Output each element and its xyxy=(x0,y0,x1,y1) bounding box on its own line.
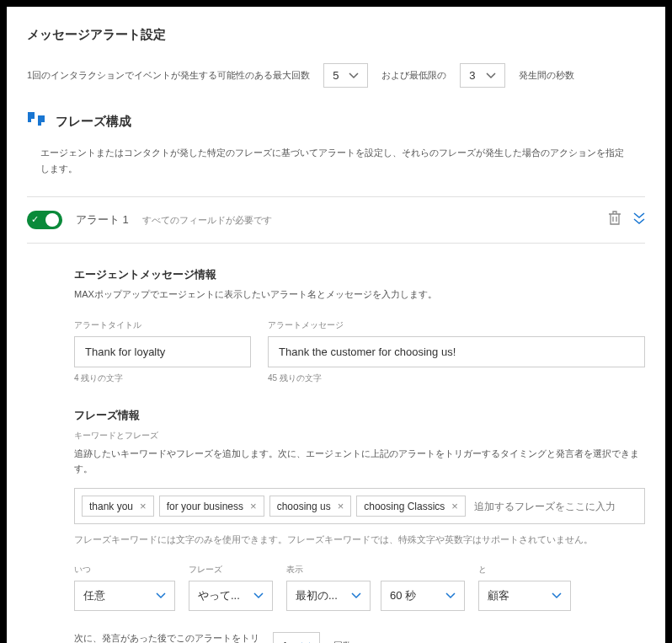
alert-message-label: アラートメッセージ xyxy=(268,319,645,331)
speaker-value: 顧客 xyxy=(488,588,509,603)
chip-label: thank you xyxy=(89,501,133,512)
and-label: と xyxy=(478,564,571,576)
speaker-select[interactable]: 顧客 xyxy=(478,581,571,611)
alert-message-remaining: 45 残りの文字 xyxy=(268,372,645,384)
phrase-select[interactable]: やって... xyxy=(189,581,273,611)
agent-message-title: エージェントメッセージ情報 xyxy=(74,267,645,282)
alert-header: ✓ アラート 1 すべてのフィールドが必要です xyxy=(27,197,645,243)
seconds-value: 60 秒 xyxy=(390,588,416,603)
phrase-chip: choosing Classics × xyxy=(356,496,466,517)
trash-icon[interactable] xyxy=(608,211,621,229)
display-value: 最初の... xyxy=(296,588,338,603)
when-label: いつ xyxy=(74,564,175,576)
phrase-chip: thank you × xyxy=(82,496,154,517)
chip-container[interactable]: thank you × for your business × choosing… xyxy=(74,488,645,524)
chevron-down-icon xyxy=(486,71,496,81)
keywords-label: キーワードとフレーズ xyxy=(74,430,645,442)
seconds-select[interactable]: 60 秒 xyxy=(381,581,465,611)
phrase-label: フレーズ xyxy=(189,564,273,576)
alert-title-remaining: 4 残りの文字 xyxy=(74,372,251,384)
phrase-hint: フレーズキーワードには文字のみを使用できます。フレーズキーワードでは、特殊文字や… xyxy=(74,533,645,547)
quote-icon xyxy=(27,111,47,131)
phrase-info-title: フレーズ情報 xyxy=(74,408,645,423)
when-value: 任意 xyxy=(83,588,105,603)
display-label: 表示 xyxy=(286,564,465,576)
check-icon: ✓ xyxy=(31,214,39,225)
chip-label: choosing us xyxy=(277,501,331,512)
max-events-value: 5 xyxy=(333,69,339,82)
phrase-section-desc: エージェントまたはコンタクトが発した特定のフレーズに基づいてアラートを設定し、そ… xyxy=(40,145,632,176)
chip-input[interactable] xyxy=(471,497,637,516)
toggle-knob xyxy=(45,213,59,227)
alert-body: エージェントメッセージ情報 MAXポップアップでエージェントに表示したいアラート… xyxy=(27,244,645,643)
phrase-chip: choosing us × xyxy=(269,496,352,517)
phrase-section-header: フレーズ構成 xyxy=(27,111,645,131)
chip-remove-icon[interactable]: × xyxy=(338,500,344,512)
agent-message-desc: MAXポップアップでエージェントに表示したいアラート名とメッセージを入力します。 xyxy=(74,287,645,303)
min-label: および最低限の xyxy=(381,69,446,82)
collapse-icon[interactable] xyxy=(633,212,645,228)
chip-remove-icon[interactable]: × xyxy=(250,500,257,512)
chevron-down-icon xyxy=(552,592,562,599)
alert-required-hint: すべてのフィールドが必要です xyxy=(142,214,272,227)
chip-label: for your business xyxy=(167,501,243,512)
chevron-down-icon xyxy=(253,592,264,599)
trigger-count-select[interactable]: 1 xyxy=(273,632,320,643)
alert-name: アラート 1 xyxy=(76,212,129,228)
min-select[interactable]: 3 xyxy=(460,63,504,88)
chip-remove-icon[interactable]: × xyxy=(140,500,147,512)
trigger-count-value: 1 xyxy=(282,640,288,643)
phrase-section-title: フレーズ構成 xyxy=(56,114,131,130)
chevron-down-icon xyxy=(349,71,359,81)
top-controls: 1回のインタラクションでイベントが発生する可能性のある最大回数 5 および最低限… xyxy=(27,63,645,88)
alert-message-input[interactable] xyxy=(268,336,645,367)
trigger-label: 次に、発言があった後でこのアラートをトリガーします xyxy=(74,631,259,643)
display-select[interactable]: 最初の... xyxy=(286,581,371,611)
chevron-down-icon xyxy=(351,592,361,599)
when-select[interactable]: 任意 xyxy=(74,581,175,611)
alert-title-input[interactable] xyxy=(74,336,251,367)
chip-remove-icon[interactable]: × xyxy=(451,500,458,512)
alert-toggle[interactable]: ✓ xyxy=(27,211,62,229)
seconds-label: 発生間の秒数 xyxy=(519,69,574,82)
trigger-unit: 回数 xyxy=(333,640,352,643)
min-value: 3 xyxy=(469,69,475,82)
chevron-down-icon xyxy=(445,592,456,599)
alert-title-label: アラートタイトル xyxy=(74,319,251,331)
phrase-value: やって... xyxy=(198,588,240,603)
chip-label: choosing Classics xyxy=(364,501,445,512)
page-title: メッセージアラート設定 xyxy=(27,27,645,43)
max-events-select[interactable]: 5 xyxy=(323,63,368,88)
max-events-label: 1回のインタラクションでイベントが発生する可能性のある最大回数 xyxy=(27,69,310,82)
chevron-down-icon xyxy=(156,592,166,599)
phrase-chip: for your business × xyxy=(159,496,264,517)
phrase-info-desc: 追跡したいキーワードやフレーズを追加します。次に、エージェントに上記のアラートを… xyxy=(74,447,645,476)
